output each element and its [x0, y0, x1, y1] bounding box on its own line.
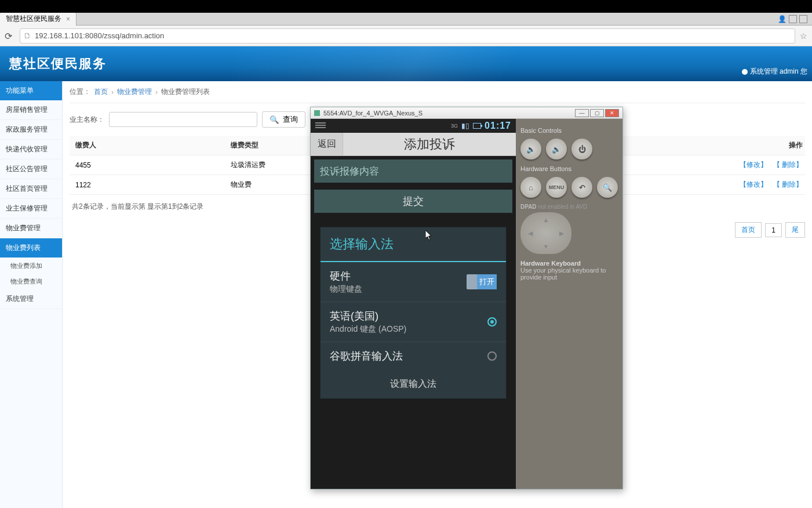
dpad-up-icon[interactable]: ▲ [540, 213, 552, 226]
controls-basic-label: Basic Controls [520, 127, 618, 134]
col-payer: 缴费人 [70, 136, 225, 155]
menu-button[interactable]: MENU [546, 177, 567, 198]
window-restore-icon[interactable] [799, 15, 807, 23]
url-field[interactable]: 🗋 192.168.1.101:8080/zssq/admin.action [20, 28, 795, 43]
dpad-label: DPAD not enabled in AVD [520, 204, 618, 210]
ime-radio-pinyin[interactable] [487, 351, 497, 361]
app-title: 添加投诉 [343, 136, 516, 153]
dpad-down-icon[interactable]: ▼ [540, 240, 552, 253]
sidebar-sub-query[interactable]: 物业费查询 [0, 274, 62, 289]
volume-down-icon[interactable]: 🔈 [520, 139, 541, 159]
site-title: 慧社区便民服务 [9, 55, 107, 72]
breadcrumb-label: 位置： [70, 87, 90, 97]
sidebar-item-homepage[interactable]: 社区首页管理 [0, 179, 62, 199]
breadcrumb-sep-icon: › [111, 88, 114, 96]
emu-close-icon[interactable]: ✕ [605, 109, 619, 117]
sidebar-header: 功能菜单 [0, 81, 62, 100]
tab-title: 智慧社区便民服务 [6, 14, 61, 24]
dpad-right-icon[interactable]: ▶ [555, 227, 568, 240]
sidebar: 功能菜单 房屋销售管理 家政服务管理 快递代收管理 社区公告管理 社区首页管理 … [0, 81, 63, 508]
search-button[interactable]: 🔍 查询 [262, 111, 305, 128]
browser-tab[interactable]: 智慧社区便民服务 × [0, 13, 77, 26]
breadcrumb-sep-icon: › [155, 88, 158, 96]
pager-current: 1 [765, 223, 782, 237]
home-icon[interactable]: ⌂ [520, 177, 541, 198]
doc-icon: 🗋 [24, 31, 31, 40]
ime-row-english[interactable]: 英语(美国) Android 键盘 (AOSP) [321, 302, 506, 342]
ime-radio-english[interactable] [487, 317, 497, 326]
address-bar: ⟳ 🗋 192.168.1.101:8080/zssq/admin.action… [0, 26, 812, 46]
emulator-icon [314, 110, 320, 116]
row-edit-link[interactable]: 【修改】 [740, 180, 767, 188]
sidebar-sub-list[interactable]: 物业费列表 [0, 238, 62, 258]
reload-icon[interactable]: ⟳ [5, 31, 15, 41]
window-controls-top: 👤 [778, 15, 807, 23]
ime-hw-title: 硬件 [330, 269, 467, 283]
emulator-title: 5554:AVD_for_4_WVGA_Nexus_S [323, 110, 423, 117]
controls-hw-label: Hardware Buttons [520, 165, 618, 172]
breadcrumb-current: 物业费管理列表 [161, 87, 210, 97]
ime-row-pinyin[interactable]: 谷歌拼音输入法 [321, 342, 506, 370]
dpad-left-icon[interactable]: ◀ [524, 227, 537, 240]
row-edit-link[interactable]: 【修改】 [740, 161, 767, 169]
search-button-label: 查询 [283, 114, 298, 125]
sidebar-item-system[interactable]: 系统管理 [0, 289, 62, 309]
breadcrumb: 位置： 首页 › 物业费管理 › 物业费管理列表 [70, 81, 805, 103]
dpad: ▲ ▼ ◀ ▶ [520, 212, 571, 254]
ime-title: 选择输入法 [321, 227, 506, 262]
emu-maximize-icon[interactable]: ▢ [590, 109, 604, 117]
pager-home[interactable]: 首页 [735, 222, 762, 238]
ime-en-title: 英语(美国) [330, 309, 487, 323]
phone-screen: 3G ▮▯ 01:17 返回 添加投诉 投诉报修内容 提交 选择输入法 硬件 物… [311, 119, 516, 489]
ime-en-sub: Android 键盘 (AOSP) [330, 324, 487, 335]
header-user-label: 系统管理 admin 您 [750, 67, 807, 77]
sidebar-item-fee[interactable]: 物业费管理 [0, 219, 62, 238]
header-banner: 慧社区便民服务 系统管理 admin 您 [0, 46, 812, 81]
emulator-window[interactable]: 5554:AVD_for_4_WVGA_Nexus_S — ▢ ✕ 3G ▮▯ … [310, 107, 623, 489]
volume-up-icon[interactable]: 🔊 [546, 139, 567, 159]
ime-row-hardware[interactable]: 硬件 物理键盘 打开 [321, 262, 506, 302]
complaint-input[interactable]: 投诉报修内容 [314, 159, 512, 183]
submit-button[interactable]: 提交 [314, 190, 512, 213]
back-button[interactable]: 返回 [311, 133, 343, 155]
sidebar-sub-add[interactable]: 物业费添加 [0, 258, 62, 274]
ime-hw-switch[interactable]: 打开 [467, 274, 497, 289]
tab-close-icon[interactable]: × [66, 15, 70, 23]
search-label: 业主名称： [70, 115, 104, 125]
back-icon[interactable]: ↶ [571, 177, 592, 198]
menu-grip-icon [315, 122, 326, 129]
search-hw-icon[interactable]: 🔍 [597, 177, 618, 198]
pager: 首页 1 尾 [735, 222, 805, 238]
cell-payer: 4455 [70, 155, 225, 175]
complaint-placeholder: 投诉报修内容 [320, 165, 379, 178]
row-delete-link[interactable]: 【 删除】 [773, 180, 803, 188]
ime-hw-sub: 物理键盘 [330, 284, 467, 295]
owner-name-input[interactable] [109, 112, 257, 127]
breadcrumb-fee[interactable]: 物业费管理 [117, 87, 152, 97]
window-minimize-icon[interactable] [789, 15, 797, 23]
url-text: 192.168.1.101:8080/zssq/admin.action [35, 31, 164, 40]
sidebar-item-announce[interactable]: 社区公告管理 [0, 159, 62, 179]
ime-settings-link[interactable]: 设置输入法 [321, 370, 506, 398]
signal-icon: ▮▯ [461, 122, 469, 130]
header-user[interactable]: 系统管理 admin 您 [742, 67, 807, 77]
pager-next[interactable]: 尾 [785, 222, 805, 238]
topbar-black [0, 0, 812, 13]
avatar-icon [742, 69, 748, 75]
network-icon: 3G [451, 123, 458, 129]
sidebar-item-homeservice[interactable]: 家政服务管理 [0, 120, 62, 140]
power-icon[interactable]: ⏻ [571, 139, 592, 159]
row-delete-link[interactable]: 【 删除】 [773, 161, 803, 169]
ime-pinyin-title: 谷歌拼音输入法 [330, 349, 487, 363]
emulator-titlebar[interactable]: 5554:AVD_for_4_WVGA_Nexus_S — ▢ ✕ [311, 107, 622, 119]
app-header: 返回 添加投诉 [311, 133, 516, 156]
emu-minimize-icon[interactable]: — [575, 109, 589, 117]
sidebar-item-express[interactable]: 快递代收管理 [0, 140, 62, 159]
user-icon: 👤 [778, 15, 786, 23]
hw-keyboard-label: Hardware Keyboard Use your physical keyb… [520, 260, 618, 281]
sidebar-item-house[interactable]: 房屋销售管理 [0, 100, 62, 120]
sidebar-item-repair[interactable]: 业主保修管理 [0, 199, 62, 219]
breadcrumb-home[interactable]: 首页 [94, 87, 108, 97]
statusbar-time: 01:17 [485, 121, 511, 131]
bookmark-icon[interactable]: ☆ [800, 31, 807, 41]
